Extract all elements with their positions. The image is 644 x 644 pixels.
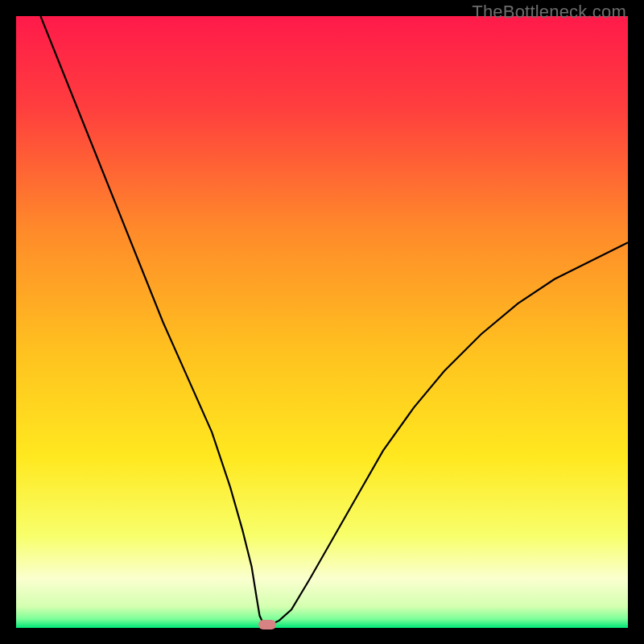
- chart-frame: [16, 16, 628, 628]
- gradient-background: [16, 16, 628, 628]
- bottleneck-chart: [16, 16, 628, 628]
- watermark-text: TheBottleneck.com: [472, 2, 626, 23]
- optimal-point-marker: [258, 620, 276, 630]
